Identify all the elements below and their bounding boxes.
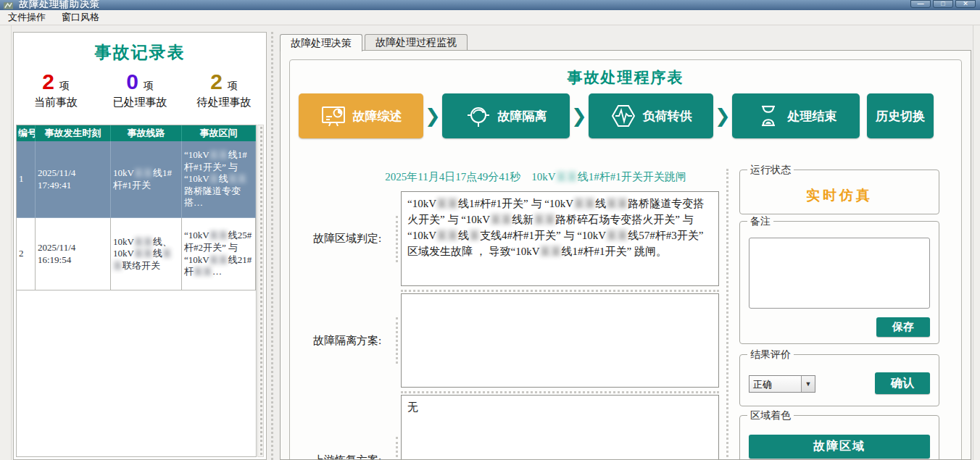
upstream-recovery-label: 上游恢复方案: (313, 395, 394, 460)
stat-processed-value: 0 (126, 71, 138, 93)
window-title: 故障处理辅助决策 (19, 0, 100, 10)
stat-current-unit: 项 (59, 80, 70, 93)
vertical-splitter-handle[interactable] (726, 169, 728, 460)
coloring-legend: 区域着色 (747, 409, 794, 422)
step-fault-isolation-button[interactable]: 故障隔离 (442, 93, 570, 138)
procedure-title: 事故处理程序表 (290, 67, 961, 88)
procedure-group: 事故处理程序表 故障综述 ❯ (289, 59, 962, 460)
header-time[interactable]: 事故发生时刻 (36, 125, 111, 141)
stat-pending-accidents: 2 项 待处理事故 (182, 71, 266, 109)
title-bar: 故障处理辅助决策 — □ ✕ (0, 0, 980, 10)
history-switch-button[interactable]: 历史切换 (867, 93, 934, 138)
table-row[interactable]: 2 2025/11/4 16:19:54 10kV某某线、10kV某某线某某联络… (17, 218, 256, 290)
header-id[interactable]: 编号 (17, 125, 36, 141)
stat-pending-value: 2 (210, 71, 223, 93)
row1-line: 10kV某某线1#杆#1开关 (113, 167, 179, 191)
stat-processed-unit: 项 (144, 80, 154, 93)
evaluation-legend: 结果评价 (747, 348, 794, 361)
upstream-recovery-row: 上游恢复方案: 无 (303, 395, 719, 460)
header-line[interactable]: 事故线路 (111, 125, 182, 141)
step-load-transfer-button[interactable]: 负荷转供 (589, 93, 713, 138)
stat-pending-label: 待处理事故 (182, 96, 266, 109)
row1-time: 2025/11/4 17:49:41 (38, 167, 108, 191)
panel-splitter-handle[interactable] (268, 32, 277, 460)
fault-decision-panel: 事故处理程序表 故障综述 ❯ (280, 50, 971, 460)
step-arrow-icon: ❯ (423, 106, 442, 125)
save-button[interactable]: 保存 (876, 317, 930, 337)
window-frame-left (0, 25, 12, 460)
maximize-button[interactable]: □ (933, 0, 953, 8)
run-status-legend: 运行状态 (747, 164, 794, 177)
row2-area: “10kV某某线25#杆#2开关” 与 “10kV某某线21#杆某某… (184, 230, 253, 278)
minimize-button[interactable]: — (910, 0, 931, 8)
menu-window-style[interactable]: 窗口风格 (54, 11, 107, 24)
menu-file-operations[interactable]: 文件操作 (0, 11, 54, 24)
run-status-value: 实时仿真 (740, 186, 939, 205)
evaluation-group: 结果评价 正确 ▼ 确认 (739, 354, 939, 406)
stat-pending-unit: 项 (228, 80, 238, 93)
tab-fault-decision[interactable]: 故障处理决策 (280, 34, 362, 51)
app-icon (4, 1, 13, 9)
stat-processed-label: 已处理事故 (98, 96, 182, 109)
stat-current-accidents: 2 项 当前事故 (14, 71, 98, 109)
accident-record-panel: 事故记录表 2 项 当前事故 0 项 已处理事故 2 项 待处理事故 编号 (13, 32, 267, 460)
fault-area-color-button[interactable]: 故障区域 (749, 435, 930, 459)
accident-table-header: 编号 事故发生时刻 事故线路 事故区间 (17, 125, 256, 141)
row1-id: 1 (19, 173, 33, 185)
step-label: 故障综述 (353, 108, 402, 125)
tab-bar: 故障处理决策 故障处理过程监视 (280, 34, 468, 51)
hourglass-icon (755, 103, 781, 129)
fault-area-row: 故障区域判定: “10kV某某线1#杆#1开关” 与 “10kV某某线某某路桥隧… (303, 191, 719, 286)
chevron-down-icon: ▼ (801, 376, 815, 392)
row-splitter-handle[interactable] (396, 437, 398, 460)
horizontal-splitter-handle[interactable] (401, 290, 719, 292)
close-button[interactable]: ✕ (955, 0, 976, 8)
step-process-end-button[interactable]: 处理结束 (732, 93, 860, 138)
notes-legend: 备注 (747, 215, 773, 228)
stat-processed-accidents: 0 项 已处理事故 (98, 71, 182, 109)
presentation-icon (320, 103, 346, 129)
coloring-group: 区域着色 故障区域 (739, 415, 939, 460)
step-label: 故障隔离 (498, 108, 547, 125)
notes-input[interactable] (749, 238, 930, 309)
row2-line: 10kV某某线、10kV某某线某某联络开关 (113, 236, 179, 272)
accident-stats: 2 项 当前事故 0 项 已处理事故 2 项 待处理事故 (14, 71, 266, 109)
row2-time: 2025/11/4 16:19:54 (38, 242, 108, 266)
confirm-button[interactable]: 确认 (875, 372, 930, 394)
hexagon-wave-icon (610, 103, 636, 129)
row1-area: “10kV某某线1#杆#1开关” 与 “10kV某线某某路桥隧道专变搭… (184, 149, 253, 209)
run-status-group: 运行状态 实时仿真 (739, 170, 939, 214)
table-row[interactable]: 1 2025/11/4 17:49:41 10kV某某线1#杆#1开关 “10k… (17, 141, 256, 218)
header-area[interactable]: 事故区间 (182, 125, 256, 141)
tab-process-monitor[interactable]: 故障处理过程监视 (365, 34, 468, 51)
fault-isolation-row: 故障隔离方案: (303, 293, 719, 388)
table-scrollbar[interactable] (257, 125, 264, 457)
row-splitter-handle[interactable] (396, 317, 398, 364)
accident-record-title: 事故记录表 (14, 41, 266, 64)
notes-group: 备注 保存 (739, 221, 939, 344)
step-label: 负荷转供 (643, 108, 692, 125)
step-fault-summary-button[interactable]: 故障综述 (299, 93, 423, 138)
horizontal-splitter-handle[interactable] (401, 391, 719, 393)
upstream-recovery-textbox[interactable]: 无 (401, 395, 719, 460)
window-frame-right (973, 25, 980, 460)
procedure-steps: 故障综述 ❯ 故障隔离 ❯ 负荷转供 (299, 93, 954, 138)
detector-icon (465, 103, 491, 129)
stat-current-label: 当前事故 (14, 96, 98, 109)
step-label: 处理结束 (788, 108, 837, 125)
accident-table: 编号 事故发生时刻 事故线路 事故区间 1 2025/11/4 17:49:41… (16, 125, 257, 457)
fault-area-textbox[interactable]: “10kV某某线1#杆#1开关” 与 “10kV某某线某某路桥隧道专变搭火开关”… (401, 191, 719, 286)
stat-current-value: 2 (42, 71, 54, 93)
row-splitter-handle[interactable] (396, 216, 398, 262)
fault-isolation-label: 故障隔离方案: (313, 293, 394, 388)
step-arrow-icon: ❯ (713, 106, 732, 125)
row2-id: 2 (19, 248, 33, 260)
evaluation-select[interactable]: 正确 ▼ (749, 375, 815, 393)
step-arrow-icon: ❯ (570, 106, 589, 125)
menu-bar: 文件操作 窗口风格 (0, 10, 980, 25)
event-summary-line: 2025年11月4日17点49分41秒 10kV某某线1#杆#1开关开关跳闸 (352, 170, 719, 184)
fault-isolation-textbox[interactable] (401, 293, 719, 388)
evaluation-selected-option: 正确 (749, 376, 801, 392)
fault-area-label: 故障区域判定: (313, 191, 394, 286)
